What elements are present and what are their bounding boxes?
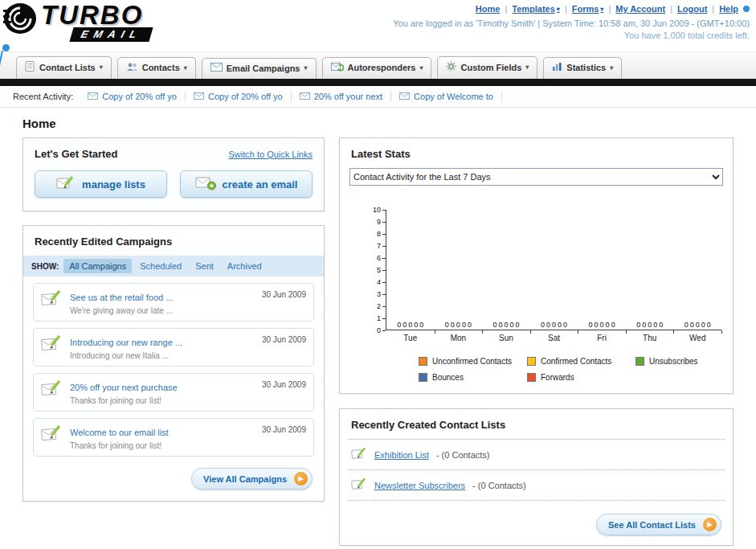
- manage-lists-button[interactable]: manage lists: [35, 170, 167, 198]
- nav-link-logout[interactable]: Logout: [677, 4, 707, 14]
- campaign-date: 30 Jun 2009: [262, 425, 306, 434]
- compose-pencil-icon: [41, 424, 63, 445]
- chart-x-axis: TueMonSunSatFriThuWed: [386, 330, 721, 342]
- envelope-plus-icon: [195, 176, 216, 193]
- logo-subtitle: EMAIL: [69, 27, 153, 42]
- app-window: TURBO EMAIL Home| Templates▾| Forms▾| My…: [0, 0, 756, 549]
- chart-value: 0: [408, 321, 412, 329]
- login-status: You are logged in as 'Timothy Smith' | S…: [393, 18, 750, 30]
- separator: |: [712, 4, 714, 14]
- tab-label: Contact Lists: [39, 63, 96, 72]
- chart-value: 0: [648, 321, 652, 329]
- tab-autoresponders[interactable]: Autoresponders ▾: [322, 57, 432, 79]
- campaign-title-link[interactable]: Introducing our new range ...: [70, 338, 182, 347]
- contact-list-link[interactable]: Exhibition List: [374, 450, 429, 460]
- legend-swatch: [527, 357, 536, 366]
- legend-label: Confirmed Contacts: [541, 357, 611, 366]
- tab-label: Autoresponders: [348, 63, 416, 72]
- envelope-icon: [194, 92, 204, 101]
- chevron-down-icon: ▾: [304, 64, 307, 72]
- y-axis-tick: 1: [377, 314, 386, 322]
- chart-value: 0: [541, 321, 545, 329]
- gear-icon: [446, 61, 456, 73]
- legend-swatch: [527, 373, 536, 382]
- campaign-row: 20% off your next purchase Thanks for jo…: [33, 373, 314, 412]
- recent-activity-link[interactable]: 20% off your next: [314, 92, 382, 101]
- recent-activity-item: Copy of 20% off yo: [80, 91, 186, 102]
- filter-all-campaigns[interactable]: All Campaigns: [63, 259, 132, 273]
- legend-item: Forwards: [527, 373, 635, 382]
- page-title: Home: [22, 117, 756, 130]
- legend-swatch: [419, 373, 427, 382]
- recent-activity-link[interactable]: Copy of 20% off yo: [102, 92, 177, 101]
- chart-group: 00000: [482, 321, 530, 330]
- recent-campaigns-panel: Recently Edited Campaigns SHOW: All Camp…: [22, 225, 325, 502]
- campaign-title-link[interactable]: 20% off your next purchase: [70, 383, 178, 392]
- get-started-panel: Let's Get Started Switch to Quick Links …: [22, 137, 325, 211]
- get-started-title: Let's Get Started: [35, 148, 118, 160]
- nav-link-help[interactable]: Help: [719, 4, 738, 14]
- compose-pencil-icon: [41, 379, 63, 400]
- x-axis-label: Sat: [530, 330, 578, 342]
- filter-scheduled[interactable]: Scheduled: [134, 259, 187, 273]
- chart-value: 0: [397, 321, 401, 329]
- x-axis-label: Mon: [435, 330, 483, 342]
- envelope-icon: [399, 92, 410, 101]
- recent-activity-link[interactable]: Copy of 20% off yo: [208, 92, 283, 101]
- campaign-subtitle: We're giving away our late ...: [70, 306, 255, 315]
- tab-contacts[interactable]: Contacts ▾: [117, 57, 196, 79]
- tab-contact-lists[interactable]: Contact Lists ▾: [16, 56, 112, 79]
- legend-swatch: [635, 357, 644, 366]
- view-all-campaigns-button[interactable]: View All Campaigns ▶: [191, 468, 313, 490]
- chart-value: 0: [504, 321, 508, 329]
- create-email-button[interactable]: create an email: [180, 170, 313, 198]
- filter-sent[interactable]: Sent: [190, 259, 219, 273]
- nav-link-templates[interactable]: Templates▾: [512, 4, 560, 14]
- chart-group: 00000: [578, 321, 626, 330]
- chevron-down-icon: ▾: [419, 64, 423, 72]
- nav-link-home[interactable]: Home: [476, 4, 501, 14]
- see-all-contact-lists-button[interactable]: See All Contact Lists ▶: [596, 514, 721, 535]
- chart-group: 00000: [626, 321, 674, 330]
- nav-link-forms[interactable]: Forms▾: [572, 4, 604, 14]
- tab-statistics[interactable]: Statistics ▾: [543, 57, 622, 79]
- campaign-subtitle: Introducing our new Italia ...: [70, 351, 255, 360]
- campaign-title-link[interactable]: Welcome to our email list: [70, 428, 169, 437]
- latest-stats-title: Latest Stats: [340, 138, 733, 168]
- y-axis-tick: 8: [377, 230, 386, 238]
- recent-activity-bar: Recent Activity: Copy of 20% off yo Copy…: [0, 86, 756, 108]
- separator: |: [608, 4, 611, 14]
- filter-archived[interactable]: Archived: [222, 259, 268, 273]
- main-content: Let's Get Started Switch to Quick Links …: [0, 137, 756, 546]
- tab-custom-fields[interactable]: Custom Fields ▾: [437, 56, 537, 79]
- see-all-contact-lists-label: See All Contact Lists: [608, 520, 696, 530]
- header: TURBO EMAIL Home| Templates▾| Forms▾| My…: [0, 0, 756, 51]
- campaign-filter-row: SHOW: All Campaigns Scheduled Sent Archi…: [23, 256, 324, 277]
- chart-value: 0: [414, 321, 418, 329]
- tab-email-campaigns[interactable]: Email Campaigns ▾: [202, 58, 317, 79]
- recent-activity-link[interactable]: Copy of Welcome to: [414, 92, 493, 101]
- contact-list-link[interactable]: Newsletter Subscribers: [374, 481, 465, 490]
- switch-quick-links-link[interactable]: Switch to Quick Links: [228, 150, 313, 159]
- chart-value: 0: [515, 321, 519, 329]
- decorative-blue-dot: [2, 44, 10, 51]
- x-axis-label: Wed: [673, 330, 721, 342]
- app-logo: TURBO EMAIL: [3, 2, 151, 42]
- campaign-subtitle: Thanks for joining our list!: [70, 396, 255, 405]
- chart-value: 0: [636, 321, 640, 329]
- chart-value: 0: [552, 321, 556, 329]
- nav-link-my-account[interactable]: My Account: [615, 4, 665, 14]
- y-axis-tick: 0: [377, 326, 386, 334]
- y-axis-tick: 2: [377, 302, 386, 310]
- legend-label: Forwards: [541, 373, 574, 382]
- envelope-icon: [88, 92, 98, 101]
- chart-plot-area: 00000000000000000000000000000000000: [386, 210, 721, 330]
- campaign-title-link[interactable]: See us at the retail food ...: [70, 293, 173, 302]
- main-navigation: Contact Lists ▾ Contacts ▾ Email Campaig…: [0, 51, 756, 79]
- contacts-icon: [126, 62, 138, 73]
- stats-period-select[interactable]: Contact Activity for the Last 7 Days: [349, 168, 723, 186]
- chart-group: 00000: [435, 321, 483, 330]
- legend-label: Unconfirmed Contacts: [432, 357, 512, 366]
- campaign-date: 30 Jun 2009: [262, 290, 306, 299]
- chart-group: 00000: [530, 321, 578, 330]
